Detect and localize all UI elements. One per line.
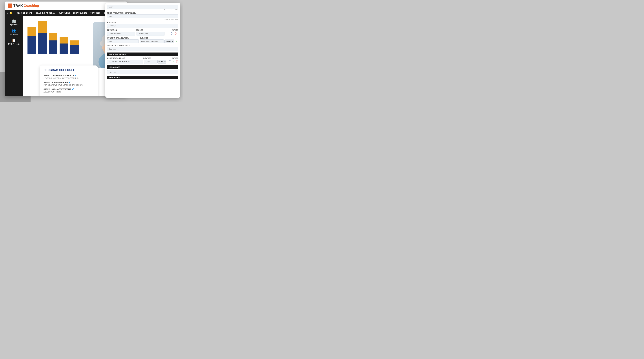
topics-label: TOPICS FACILITATED MOST: [107, 45, 178, 46]
confirm-prior-exp-button[interactable]: ✓ [172, 60, 175, 63]
bar-top-1 [38, 20, 46, 33]
education-row: + 🗑 [107, 32, 178, 36]
education-actions: + 🗑 [166, 32, 178, 35]
nav-customers[interactable]: CUSTOMERS [57, 12, 71, 14]
add-prior-exp-button[interactable]: + [168, 60, 171, 63]
org-name-col-header: ORGANIZATION NAME [107, 57, 142, 59]
action-col-header2: ACTION [167, 57, 178, 59]
program-step-3: STEP 3: 360 – ASSESSMENT ✔ ASSESSMENT IN… [44, 88, 94, 93]
prior-facilitation-char-count: Character Count: 0/200 [107, 19, 178, 20]
delete-prior-exp-button[interactable]: 🗑 [176, 60, 178, 63]
years-select[interactable]: YEARS [164, 39, 174, 43]
nav-coachee-board[interactable]: COACHEE BOARD [15, 12, 34, 14]
bar-0 [28, 27, 36, 54]
top-input-group: Character Count: 0/200 [107, 5, 178, 11]
confirm-duration-button[interactable]: ✓ [175, 40, 178, 43]
duration-col: DURATION : YEARS ✓ [140, 37, 178, 43]
grid-icon[interactable]: ⠿ [7, 12, 8, 14]
logo-trak: TRAK [14, 4, 23, 8]
degree-input[interactable] [136, 32, 165, 36]
svg-text:T: T [9, 4, 11, 7]
bar-4 [70, 40, 79, 54]
current-org-row: CURRENT ORGANIZATION: DURATION : YEARS ✓ [107, 37, 178, 43]
bar-bottom-4 [70, 45, 79, 54]
step3-prefix: STEP 3: 360 – [44, 88, 56, 90]
sidebar-item-organization[interactable]: 🏢 Organization [9, 19, 18, 26]
prior-facilitation-label: PRIOR FACILITATION EXPERIENCE: [107, 12, 178, 14]
bar-group-3 [60, 37, 68, 54]
languages-group [107, 70, 178, 74]
prior-exp-actions: + ✓ 🗑 [168, 60, 178, 63]
nav-coachees[interactable]: COACHEES [89, 12, 102, 14]
bar-group-4 [70, 40, 79, 54]
sidebar-employees-label: Employees [10, 33, 18, 35]
delete-education-button[interactable]: 🗑 [175, 32, 178, 35]
languages-section-header: LANGUAGES [107, 65, 178, 69]
sidebar-item-employees[interactable]: 👥 Employees [10, 29, 18, 35]
nav-engagements[interactable]: ENGAGEMENTS [72, 12, 88, 14]
education-col-header: EDUCATION [107, 29, 135, 31]
expertise-label: EXPERTISE: [107, 22, 178, 23]
prior-exp-row-1: YEARS + ✓ 🗑 [107, 60, 178, 64]
svg-point-7 [100, 40, 104, 46]
step1-check-icon: ✔ [75, 74, 77, 77]
step3-label: ASSESSMENT [57, 88, 71, 90]
sidebar-item-trak-products[interactable]: 📋 TRAK Products [8, 38, 20, 45]
bar-bottom-3 [60, 43, 68, 54]
bar-2 [49, 33, 57, 54]
top-input[interactable] [107, 5, 178, 9]
prior-facilitation-input[interactable] [107, 14, 178, 18]
step2-label: MAIN PROGRAM [52, 81, 68, 83]
bell-icon[interactable]: 🔔 [10, 12, 12, 14]
bar-1 [38, 20, 46, 54]
step3-description: ASSESSMENT IN 360 [44, 91, 94, 93]
step1-description: LEARNING MATERIALS STEP DESCRITION [44, 77, 94, 79]
step3-check-icon: ✔ [72, 88, 74, 91]
prior-years-select[interactable]: YEARS [158, 60, 166, 63]
prior-exp-header-row: ORGANIZATION NAME DURATION ACTION [107, 57, 178, 59]
education-header-row: EDUCATION DEGREE ACTION [107, 29, 178, 31]
expertise-group: EXPERTISE: [107, 22, 178, 28]
program-step-1: STEP 1: LEARNING MATERIALS ✔ LEARNING MA… [44, 74, 94, 79]
sidebar-organization-label: Organization [9, 24, 18, 26]
duration-col-header: DURATION [143, 57, 166, 59]
university-input[interactable] [107, 32, 135, 36]
top-char-count: Character Count: 0/200 [107, 9, 178, 11]
topics-input[interactable] [107, 47, 178, 51]
step1-label: LEARNING MATERIALS [52, 74, 74, 77]
program-schedule-card: PROGRAM SCHEDULE STEP 1: LEARNING MATERI… [40, 65, 98, 96]
bar-group-1 [38, 20, 46, 54]
form-panel: Character Count: 0/200 PRIOR FACILITATIO… [105, 3, 180, 98]
prior-facilitation-group: PRIOR FACILITATION EXPERIENCE: Character… [107, 12, 178, 20]
bar-top-2 [49, 33, 57, 40]
prior-duration-input[interactable] [144, 60, 157, 64]
current-org-group: CURRENT ORGANIZATION: DURATION : YEARS ✓ [107, 37, 178, 43]
program-schedule-title: PROGRAM SCHEDULE [44, 68, 94, 72]
nav-icons: ⠿ 🔔 [7, 12, 12, 14]
bar-group-2 [49, 33, 57, 54]
topics-group: TOPICS FACILITATED MOST: [107, 45, 178, 51]
add-education-button[interactable]: + [171, 32, 174, 35]
sidebar-trak-products-label: TRAK Products [8, 43, 20, 45]
duration-label: DURATION : [140, 37, 178, 39]
bar-bottom-0 [28, 36, 36, 54]
logo-icon: T [8, 3, 12, 8]
current-org-label: CURRENT ORGANIZATION: [107, 37, 139, 39]
current-org-input[interactable] [107, 39, 139, 43]
program-step-2: STEP 2: MAIN PROGRAM ✔ FOR 2 DAYS WE HAV… [44, 81, 94, 86]
organization-icon: 🏢 [12, 19, 16, 23]
languages-input[interactable] [107, 70, 178, 74]
trak-products-icon: 📋 [12, 38, 16, 42]
action-col-header: ACTION [165, 29, 178, 31]
prior-duration-col: YEARS [144, 60, 166, 64]
duration-input[interactable] [140, 39, 164, 43]
bar-group-0 [28, 27, 36, 54]
bar-top-4 [70, 40, 79, 45]
expertise-input[interactable] [107, 24, 178, 28]
degree-col-header: DEGREE [136, 29, 164, 31]
prior-org-name-input[interactable] [107, 60, 143, 64]
nav-coaching-program[interactable]: COACHING PROGRAM [34, 12, 56, 14]
logo-coaching: Coaching [24, 4, 39, 8]
step2-prefix: STEP 2: [44, 81, 51, 83]
org-col: CURRENT ORGANIZATION: [107, 37, 139, 43]
